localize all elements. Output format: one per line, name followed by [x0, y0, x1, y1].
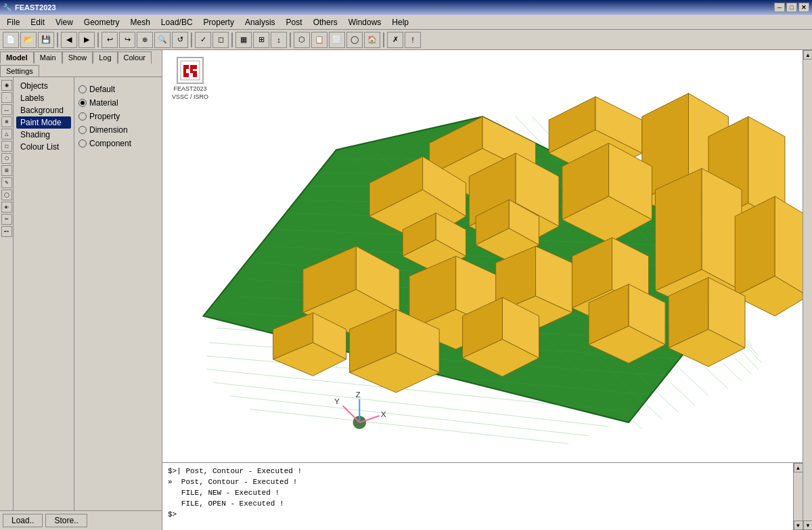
tab-colour[interactable]: Colour: [118, 51, 152, 64]
viewport-canvas[interactable]: FEAST2023 VSSC / ISRO: [162, 50, 803, 462]
toolbar-grid2[interactable]: ⊞: [253, 32, 269, 48]
viewport: FEAST2023 VSSC / ISRO: [162, 50, 803, 530]
close-button[interactable]: ✕: [798, 3, 809, 12]
licon-9[interactable]: ✎: [1, 177, 12, 188]
licon-7[interactable]: ⬡: [1, 153, 12, 164]
licon-5[interactable]: △: [1, 129, 12, 139]
menu-others[interactable]: Others: [308, 16, 343, 28]
list-item-paintmode[interactable]: Paint Mode: [16, 116, 71, 129]
licon-2[interactable]: ·: [1, 92, 12, 103]
toolbar-circle[interactable]: ◯: [346, 32, 363, 48]
radio-material[interactable]: Material: [77, 96, 159, 110]
svg-text:X: X: [381, 410, 386, 418]
console-line-3: FILE, NEW - Executed !: [168, 487, 788, 498]
console-area: $>| Post, Contour - Executed ! » Post, C…: [162, 462, 803, 530]
list-item-objects[interactable]: Objects: [16, 80, 71, 92]
maximize-button[interactable]: □: [786, 3, 797, 12]
radio-property[interactable]: Property: [77, 110, 159, 123]
list-item-colourlist[interactable]: Colour List: [16, 141, 71, 153]
title-bar-text: FEAST2023: [15, 3, 56, 12]
radio-circle-default: [78, 85, 87, 93]
licon-3[interactable]: —: [1, 104, 12, 115]
console-scroll-down[interactable]: ▼: [794, 521, 803, 530]
toolbar-zoom-in[interactable]: 🔍: [154, 32, 171, 48]
panel-body: ◉ · — ⊕ △ ◻ ⬡ ⊞ ✎ ◯ 👁 ✂ ⊷ Objects Labels…: [0, 77, 162, 510]
toolbar-zoom-fit[interactable]: ⊕: [137, 32, 153, 48]
toolbar-rotate[interactable]: ↺: [172, 32, 188, 48]
toolbar-copy[interactable]: 📋: [311, 32, 328, 48]
toolbar-house[interactable]: 🏠: [364, 32, 380, 48]
toolbar-next[interactable]: ▶: [78, 32, 95, 48]
panel-footer: Load.. Store..: [0, 510, 162, 530]
licon-8[interactable]: ⊞: [1, 165, 12, 176]
toolbar-x[interactable]: ✗: [387, 32, 403, 48]
menu-help[interactable]: Help: [386, 16, 414, 28]
radio-label-component: Component: [89, 139, 131, 148]
licon-1[interactable]: ◉: [1, 80, 12, 91]
radio-circle-component: [78, 139, 87, 148]
menu-windows[interactable]: Windows: [343, 16, 387, 28]
licon-4[interactable]: ⊕: [1, 116, 12, 127]
toolbar-rect[interactable]: ◻: [212, 32, 229, 48]
viewport-scrollbar-v: ▲ ▼: [803, 50, 812, 530]
console-line-4: FILE, OPEN - Executed !: [168, 498, 788, 509]
menu-mesh[interactable]: Mesh: [125, 16, 156, 28]
tab-main[interactable]: Main: [34, 51, 62, 64]
toolbar: 📄 📂 💾 ◀ ▶ ↩ ↪ ⊕ 🔍 ↺ ✓ ◻ ▦ ⊞ ↕ ⬡ 📋 ⬜ ◯ 🏠 …: [0, 30, 812, 50]
licon-11[interactable]: 👁: [1, 202, 12, 213]
tab-show[interactable]: Show: [62, 51, 93, 64]
radio-component[interactable]: Component: [77, 137, 159, 150]
menu-view[interactable]: View: [50, 16, 78, 28]
toolbar-arrow[interactable]: ↕: [271, 32, 287, 48]
licon-10[interactable]: ◯: [1, 190, 12, 200]
radio-label-dimension: Dimension: [89, 125, 128, 135]
radio-default[interactable]: Default: [77, 83, 159, 96]
tab-settings[interactable]: Settings: [0, 65, 39, 76]
menu-analysis[interactable]: Analysis: [240, 16, 281, 28]
licon-13[interactable]: ⊷: [1, 226, 12, 237]
toolbar-open[interactable]: 📂: [20, 32, 37, 48]
vscroll-down[interactable]: ▼: [803, 521, 812, 530]
svg-text:Z: Z: [355, 390, 360, 399]
menu-geometry[interactable]: Geometry: [78, 16, 125, 28]
toolbar-sep2: [97, 32, 99, 47]
title-bar-controls: ─ □ ✕: [774, 3, 809, 12]
toolbar-check[interactable]: ✓: [195, 32, 211, 48]
toolbar-save[interactable]: 💾: [38, 32, 54, 48]
vscroll-up[interactable]: ▲: [803, 50, 812, 60]
toolbar-new[interactable]: 📄: [3, 32, 19, 48]
menu-edit[interactable]: Edit: [25, 16, 50, 28]
licon-12[interactable]: ✂: [1, 214, 12, 225]
menu-file[interactable]: File: [1, 16, 25, 28]
toolbar-excl[interactable]: !: [405, 32, 421, 48]
radio-label-default: Default: [89, 85, 115, 94]
tab-log[interactable]: Log: [93, 51, 117, 64]
licon-6[interactable]: ◻: [1, 141, 12, 152]
toolbar-shape2[interactable]: ⬜: [329, 32, 345, 48]
menu-loadbc[interactable]: Load/BC: [156, 16, 198, 28]
list-item-labels[interactable]: Labels: [16, 92, 71, 104]
minimize-button[interactable]: ─: [774, 3, 785, 12]
menu-property[interactable]: Property: [198, 16, 240, 28]
main-container: Model Main Show Log Colour Settings ◉ · …: [0, 50, 812, 530]
radio-dimension[interactable]: Dimension: [77, 123, 159, 137]
toolbar-sep6: [383, 32, 384, 47]
toolbar-prev[interactable]: ◀: [61, 32, 77, 48]
console-line-1: $>| Post, Contour - Executed !: [168, 466, 788, 477]
vscroll-track: [803, 60, 812, 521]
store-button[interactable]: Store..: [45, 514, 87, 527]
toolbar-undo[interactable]: ↩: [102, 32, 118, 48]
tab-model[interactable]: Model: [0, 51, 34, 64]
options-panel: Default Material Property Dimension Comp…: [74, 77, 162, 510]
toolbar-grid1[interactable]: ▦: [235, 32, 252, 48]
console-content: $>| Post, Contour - Executed ! » Post, C…: [162, 463, 793, 530]
load-button[interactable]: Load..: [3, 514, 43, 527]
console-scroll-up[interactable]: ▲: [794, 463, 803, 472]
toolbar-redo[interactable]: ↪: [119, 32, 135, 48]
tab-row: Model Main Show Log Colour Settings: [0, 50, 162, 77]
menu-post[interactable]: Post: [281, 16, 308, 28]
title-bar: 🔧 FEAST2023 ─ □ ✕: [0, 0, 812, 15]
toolbar-shape1[interactable]: ⬡: [294, 32, 310, 48]
list-item-background[interactable]: Background: [16, 104, 71, 116]
list-item-shading[interactable]: Shading: [16, 129, 71, 141]
